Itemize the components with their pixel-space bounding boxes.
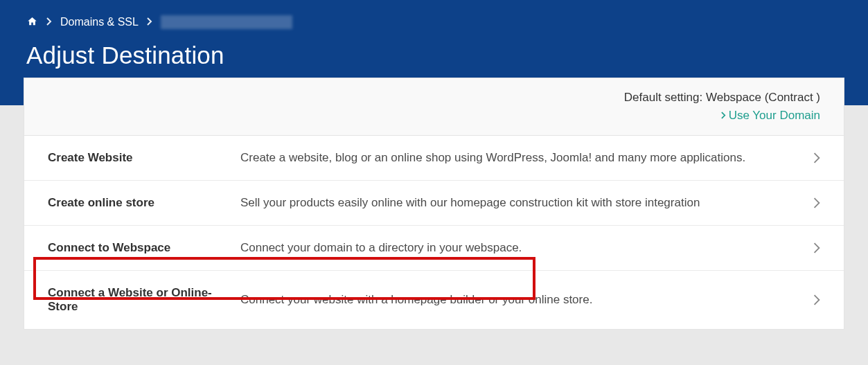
option-description: Connect your domain to a directory in yo… [240, 241, 802, 255]
option-connect-website-or-store[interactable]: Connect a Website or Online-Store Connec… [24, 271, 844, 329]
home-icon [26, 17, 38, 28]
breadcrumb: Domains & SSL [26, 15, 842, 29]
chevron-right-icon [813, 197, 820, 208]
chevron-right-icon [46, 17, 52, 28]
chevron-right-icon [813, 294, 820, 305]
option-description: Connect your website with a homepage bui… [240, 293, 802, 307]
option-title: Create online store [48, 196, 240, 210]
chevron-right-icon [147, 17, 152, 28]
chevron-right-icon [813, 152, 820, 163]
chevron-right-icon [813, 242, 820, 253]
option-title: Create Website [48, 151, 240, 165]
page-title: Adjust Destination [26, 42, 842, 69]
chevron-right-icon [721, 111, 726, 121]
use-your-domain-label: Use Your Domain [729, 109, 820, 123]
panel-header: Default setting: Webspace (Contract ) Us… [24, 78, 844, 136]
breadcrumb-current-redacted [161, 15, 292, 29]
option-create-website[interactable]: Create Website Create a website, blog or… [24, 136, 844, 181]
destination-panel: Default setting: Webspace (Contract ) Us… [24, 78, 844, 330]
default-setting-text: Default setting: Webspace (Contract ) [48, 91, 820, 105]
option-create-online-store[interactable]: Create online store Sell your products e… [24, 181, 844, 226]
breadcrumb-home[interactable] [26, 16, 38, 29]
option-connect-webspace[interactable]: Connect to Webspace Connect your domain … [24, 226, 844, 271]
content-area: Default setting: Webspace (Contract ) Us… [0, 78, 868, 330]
breadcrumb-domains-ssl[interactable]: Domains & SSL [60, 16, 139, 28]
option-description: Sell your products easily online with ou… [240, 196, 802, 210]
use-your-domain-link[interactable]: Use Your Domain [721, 109, 820, 123]
option-title: Connect a Website or Online-Store [48, 286, 240, 314]
option-description: Create a website, blog or an online shop… [240, 151, 802, 165]
option-title: Connect to Webspace [48, 241, 240, 255]
